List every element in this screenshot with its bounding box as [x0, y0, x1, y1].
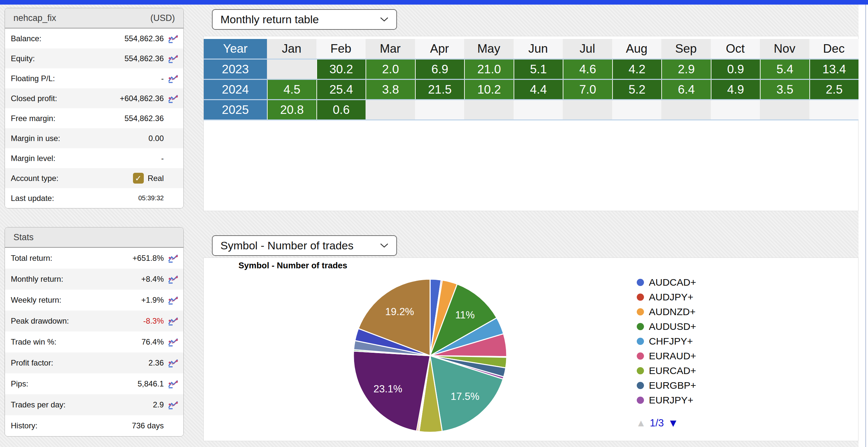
return-cell: 4.4: [514, 80, 563, 99]
chart-icon[interactable]: [164, 295, 179, 306]
return-cell: 4.6: [563, 60, 612, 79]
legend-symbol-label: EURGBP+: [649, 380, 696, 391]
legend-symbol-label: EURCAD+: [649, 365, 696, 376]
stat-value: +651.8%: [133, 253, 164, 263]
column-header: Sep: [661, 39, 711, 59]
chart-view-select[interactable]: Symbol - Number of trades: [212, 235, 397, 256]
stat-value: ✓Real: [133, 173, 164, 183]
stat-row: Total return:+651.8%: [5, 248, 183, 269]
stats-rows: Total return:+651.8%Monthly return:+8.4%…: [5, 248, 183, 436]
chart-icon: [168, 379, 179, 389]
legend-page-number: 1/3: [650, 417, 664, 429]
empty-cell: [711, 100, 760, 119]
stat-label: Margin in use:: [11, 134, 60, 143]
column-header: Jan: [267, 39, 316, 59]
return-cell: 4.5: [267, 80, 316, 99]
legend-color-dot: [637, 382, 644, 389]
return-cell: 3.5: [760, 80, 809, 99]
return-cell: 6.9: [415, 60, 464, 79]
return-cell: 25.4: [316, 80, 366, 99]
stat-label: Pips:: [11, 379, 28, 388]
empty-cell: [612, 100, 662, 119]
year-cell: 2024: [204, 80, 267, 99]
return-cell: 5.2: [612, 80, 662, 99]
stat-value: 0.00: [148, 134, 164, 143]
legend-color-dot: [637, 294, 644, 301]
empty-cell: [563, 100, 612, 119]
table-view-select-value: Monthly return table: [220, 13, 319, 26]
stat-label: Monthly return:: [11, 275, 63, 284]
symbol-trades-panel: Symbol - Number of trades 11%17.5%23.1%1…: [204, 257, 859, 441]
stat-label: Last update:: [11, 194, 54, 203]
empty-cell: [809, 100, 859, 119]
chart-icon: [168, 316, 179, 326]
empty-cell: [464, 100, 514, 119]
chart-icon[interactable]: [164, 274, 179, 285]
empty-cell: [267, 60, 316, 79]
chart-icon[interactable]: [164, 336, 179, 347]
stats-title: Stats: [13, 232, 34, 242]
empty-cell: [760, 100, 809, 119]
stat-value: 5,846.1: [137, 379, 164, 388]
chart-icon: [168, 94, 179, 103]
year-cell: 2025: [204, 100, 267, 119]
stat-label: History:: [11, 421, 37, 430]
chart-icon[interactable]: [164, 33, 179, 44]
return-cell: 30.2: [316, 60, 366, 79]
chart-icon[interactable]: [164, 357, 179, 369]
empty-cell: [661, 100, 711, 119]
legend-color-dot: [637, 323, 644, 330]
chart-icon[interactable]: [164, 93, 179, 104]
legend-color-dot: [637, 397, 644, 404]
return-cell: 0.9: [711, 60, 760, 79]
stats-panel: Stats Total return:+651.8%Monthly return…: [5, 227, 184, 437]
table-header-row: YearJanFebMarAprMayJunJulAugSepOctNovDec: [204, 39, 859, 59]
chart-icon[interactable]: [164, 73, 179, 84]
stat-label: Trades per day:: [11, 400, 65, 409]
legend-color-dot: [637, 338, 644, 345]
account-rows: Balance:554,862.36Equity:554,862.36Float…: [5, 29, 183, 208]
stat-row: Peak drawdown:-8.3%: [5, 311, 183, 332]
return-cell: 2.9: [661, 60, 711, 79]
stat-row: Profit factor:2.36: [5, 352, 183, 373]
legend-item: AUDJPY+: [637, 289, 696, 304]
legend-pager: ▲ 1/3 ▼: [636, 417, 678, 429]
return-cell: 2.5: [809, 80, 859, 99]
stat-value: -8.3%: [143, 316, 164, 325]
stat-row: History:736 days: [5, 415, 183, 436]
pie-chart: 11%17.5%23.1%19.2%: [351, 277, 509, 434]
table-view-select[interactable]: Monthly return table: [212, 9, 397, 30]
return-cell: 7.0: [563, 80, 612, 99]
stat-label: Floating P/L:: [11, 74, 55, 83]
stat-row: Closed profit:+604,862.36: [5, 88, 183, 108]
stat-value: 2.9: [153, 400, 164, 409]
chart-icon: [168, 34, 179, 43]
chart-icon[interactable]: [164, 53, 179, 64]
stat-row: Floating P/L:-: [5, 68, 183, 88]
legend-symbol-label: AUDUSD+: [649, 321, 696, 332]
triangle-down-icon[interactable]: ▼: [668, 417, 679, 429]
icon-spacer: [164, 193, 179, 204]
account-panel-header: nehcap_fix (USD): [5, 8, 183, 29]
stat-row: Free margin:554,862.36: [5, 108, 183, 128]
chart-icon[interactable]: [164, 253, 179, 264]
column-header: Mar: [366, 39, 415, 59]
icon-spacer: [164, 153, 179, 164]
stat-label: Equity:: [11, 54, 35, 63]
stat-row: Account type:✓Real: [5, 168, 183, 188]
stat-value: -: [161, 154, 164, 163]
chart-icon[interactable]: [164, 315, 179, 326]
triangle-up-icon[interactable]: ▲: [636, 418, 646, 429]
scrollbar-track-line[interactable]: [865, 5, 866, 447]
table-row: 202520.80.6: [204, 100, 859, 119]
column-header: Dec: [809, 39, 859, 59]
chevron-down-icon: [380, 243, 389, 248]
chart-icon[interactable]: [164, 378, 179, 389]
stat-value: 05:39:32: [138, 194, 164, 202]
return-cell: 21.5: [415, 80, 464, 99]
stat-value: 554,862.36: [124, 34, 164, 43]
chart-title: Symbol - Number of trades: [239, 261, 347, 271]
stat-label: Profit factor:: [11, 358, 53, 368]
chart-icon[interactable]: [164, 399, 179, 410]
return-cell: 0.6: [316, 100, 366, 119]
